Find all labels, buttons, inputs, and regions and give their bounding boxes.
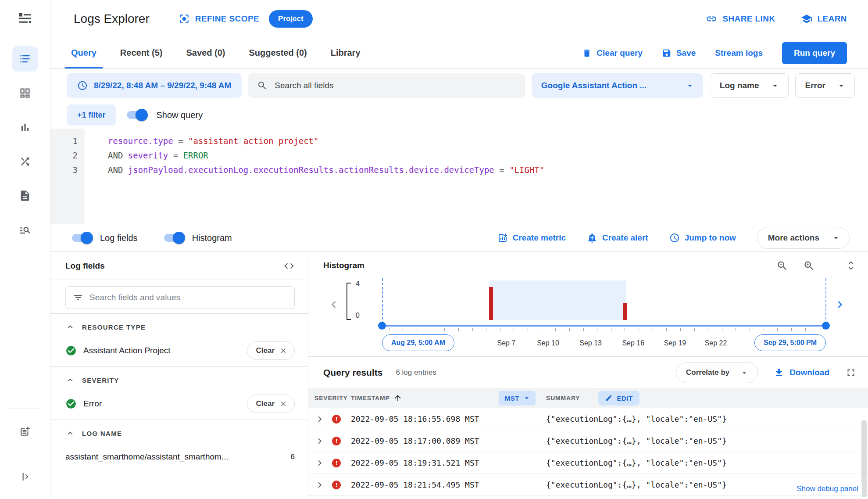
logs-explorer-app: Logs Explorer REFINE SCOPE Project SHARE… xyxy=(0,0,868,499)
sidebar-item-log-storage[interactable] xyxy=(12,183,38,208)
edit-summary-button[interactable]: EDIT xyxy=(598,391,639,406)
field-section-header[interactable]: LOG NAME xyxy=(50,422,308,445)
tab-library[interactable]: Library xyxy=(319,37,372,68)
histogram-prev-icon[interactable] xyxy=(327,298,341,312)
download-button[interactable]: Download xyxy=(774,367,829,378)
clock-icon xyxy=(77,80,88,91)
sidebar-item-log-router[interactable] xyxy=(12,149,38,174)
clear-filter-button[interactable]: Clear xyxy=(247,341,295,360)
range-end-pill[interactable]: Sep 29, 5:00 PM xyxy=(754,334,826,351)
sidebar-item-logs-dashboard[interactable] xyxy=(12,80,38,106)
refine-scope-button[interactable]: REFINE SCOPE xyxy=(179,13,259,25)
expand-chevron-icon[interactable] xyxy=(314,457,325,469)
range-start-pill[interactable]: Aug 29, 5:00 AM xyxy=(382,334,454,351)
y-axis-min: 0 xyxy=(356,312,360,320)
time-range-filter[interactable]: 8/29/22, 8:48 AM – 9/29/22, 9:48 AM xyxy=(67,73,242,98)
histogram-plot[interactable] xyxy=(382,283,826,320)
fullscreen-icon[interactable] xyxy=(845,367,857,378)
clear-query-button[interactable]: Clear query xyxy=(582,48,643,58)
field-section-title: RESOURCE TYPE xyxy=(82,323,146,331)
column-severity[interactable]: SEVERITY xyxy=(308,395,351,402)
search-fields-input[interactable] xyxy=(89,293,287,302)
log-entry-row[interactable]: 2022-09-05 18:21:54.495 MST{"executionLo… xyxy=(308,474,868,496)
create-metric-button[interactable]: Create metric xyxy=(497,233,566,243)
field-section-header[interactable]: SEVERITY xyxy=(50,369,308,391)
learn-button[interactable]: LEARN xyxy=(801,13,847,25)
sidebar-item-collapse-nav[interactable] xyxy=(12,464,38,489)
expand-chevron-icon[interactable] xyxy=(314,435,325,447)
line-number: 3 xyxy=(50,163,78,177)
correlate-by-dropdown[interactable]: Correlate by xyxy=(676,362,758,383)
timezone-dropdown[interactable]: MST xyxy=(499,391,536,406)
histogram-bar[interactable] xyxy=(489,287,493,320)
expand-chevron-icon[interactable] xyxy=(314,479,325,491)
time-range-slider[interactable] xyxy=(382,325,826,327)
tab-saved-0[interactable]: Saved (0) xyxy=(175,37,237,68)
histogram-bar[interactable] xyxy=(623,303,627,320)
log-fields-search[interactable] xyxy=(65,286,295,309)
code-view-icon[interactable] xyxy=(283,260,295,272)
severity-filter-dropdown[interactable]: Error xyxy=(795,73,855,98)
field-section: SEVERITYErrorClear xyxy=(50,367,308,420)
column-timestamp[interactable]: TIMESTAMP MST xyxy=(351,391,546,406)
line-numbers: 123 xyxy=(50,129,85,224)
log-fields-header: Log fields xyxy=(50,252,308,280)
save-button[interactable]: Save xyxy=(662,48,696,58)
selected-time-region[interactable] xyxy=(489,280,626,320)
create-alert-button[interactable]: Create alert xyxy=(587,233,648,243)
expand-chevron-icon[interactable] xyxy=(314,413,325,425)
query-line[interactable]: resource.type = "assistant_action_projec… xyxy=(108,134,868,148)
zoom-in-icon[interactable] xyxy=(803,260,815,272)
tab-recent-5[interactable]: Recent (5) xyxy=(108,37,175,68)
stream-logs-button[interactable]: Stream logs xyxy=(715,48,763,58)
clear-filter-button[interactable]: Clear xyxy=(247,395,295,413)
query-editor[interactable]: 123 resource.type = "assistant_action_pr… xyxy=(50,129,868,224)
log-entry-row[interactable]: 2022-09-05 18:19:31.521 MST{"executionLo… xyxy=(308,452,868,474)
log-fields-toggle[interactable] xyxy=(70,232,93,244)
scrollbar[interactable] xyxy=(861,420,867,497)
run-query-button[interactable]: Run query xyxy=(782,42,847,64)
histogram-next-icon[interactable] xyxy=(833,298,847,312)
query-line[interactable]: AND jsonPayload.executionLog.executionRe… xyxy=(108,163,868,177)
search-field[interactable] xyxy=(248,73,525,98)
log-fields-toggle-label: Log fields xyxy=(100,233,138,243)
field-item[interactable]: ErrorClear xyxy=(50,391,308,417)
log-name-filter-dropdown[interactable]: Log name xyxy=(710,73,789,98)
more-actions-dropdown[interactable]: More actions xyxy=(757,227,850,249)
sidebar-item-release-notes[interactable] xyxy=(12,419,38,444)
show-debug-panel-link[interactable]: Show debug panel xyxy=(793,482,862,495)
show-query-toggle[interactable] xyxy=(125,109,148,121)
zoom-out-icon[interactable] xyxy=(776,260,788,272)
field-item[interactable]: Assistant Action ProjectClear xyxy=(50,338,308,364)
cloud-logging-logo[interactable] xyxy=(0,0,50,37)
histogram-panel: Histogram 4 0 xyxy=(308,252,868,356)
more-filters-chip[interactable]: +1 filter xyxy=(67,104,116,126)
search-all-fields-input[interactable] xyxy=(275,81,516,90)
field-item[interactable]: assistant_smarthome/assistant_smarthom..… xyxy=(50,445,308,470)
clear-label: Clear xyxy=(256,399,275,408)
chevron-down-icon xyxy=(770,80,780,91)
expand-histogram-icon[interactable] xyxy=(845,260,857,271)
results-rows: 2022-09-05 18:16:55.698 MST{"executionLo… xyxy=(308,408,868,496)
histogram-toggle[interactable] xyxy=(162,232,185,244)
sort-ascending-icon[interactable] xyxy=(393,394,402,402)
project-scope-badge[interactable]: Project xyxy=(269,10,313,28)
sidebar-item-log-analytics[interactable] xyxy=(12,115,38,140)
share-link-button[interactable]: SHARE LINK xyxy=(706,13,775,25)
error-severity-icon xyxy=(331,480,342,490)
query-code[interactable]: resource.type = "assistant_action_projec… xyxy=(85,129,868,224)
main-content: Logs Explorer REFINE SCOPE Project SHARE… xyxy=(50,0,868,499)
sidebar-item-logs-explorer[interactable] xyxy=(12,46,38,72)
jump-to-now-button[interactable]: Jump to now xyxy=(669,233,736,243)
clear-query-label: Clear query xyxy=(597,48,643,58)
log-summary: {"executionLog":{…}, "locale":"en-US"} xyxy=(546,414,868,424)
resource-filter-dropdown[interactable]: Google Assistant Action ... xyxy=(532,73,703,98)
download-label: Download xyxy=(789,368,829,377)
log-entry-row[interactable]: 2022-09-05 18:16:55.698 MST{"executionLo… xyxy=(308,408,868,430)
sidebar-item-logs-usage[interactable] xyxy=(12,217,38,243)
log-entry-row[interactable]: 2022-09-05 18:17:00.089 MST{"executionLo… xyxy=(308,430,868,452)
tab-suggested-0[interactable]: Suggested (0) xyxy=(237,37,318,68)
tab-query[interactable]: Query xyxy=(59,37,108,68)
query-line[interactable]: AND severity = ERROR xyxy=(108,148,868,163)
field-section-header[interactable]: RESOURCE TYPE xyxy=(50,316,308,338)
